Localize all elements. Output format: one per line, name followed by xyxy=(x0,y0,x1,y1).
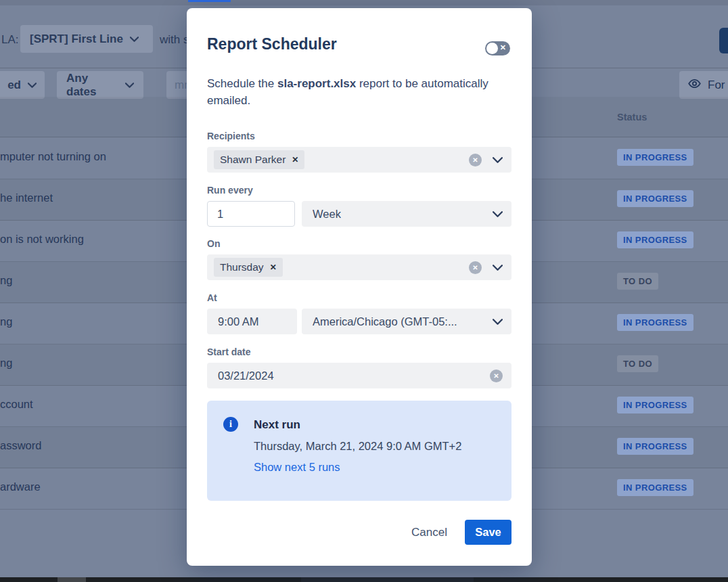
recipients-label: Recipients xyxy=(207,131,255,141)
description-prefix: Schedule the xyxy=(207,77,277,90)
show-next-runs-link[interactable]: Show next 5 runs xyxy=(254,461,340,474)
clear-recipients-icon[interactable]: ✕ xyxy=(469,154,482,166)
next-run-datetime: Thursday, March 21, 2024 9:0 AM GMT+2 xyxy=(254,440,461,453)
status-badge: IN PROGRESS xyxy=(617,479,693,496)
interval-unit-value: Week xyxy=(313,208,341,221)
start-date-input[interactable]: 03/21/2024 ✕ xyxy=(207,363,511,388)
scheduler-enabled-toggle[interactable]: ✕ xyxy=(485,41,510,55)
chevron-down-icon xyxy=(493,211,503,217)
interval-value: 1 xyxy=(217,208,223,221)
cancel-button[interactable]: Cancel xyxy=(411,526,447,539)
status-badge: IN PROGRESS xyxy=(617,231,693,248)
chevron-down-icon[interactable] xyxy=(493,157,503,163)
recipient-chip-label: Shawn Parker xyxy=(220,154,286,166)
chevron-down-icon xyxy=(130,37,139,42)
dates-filter-value: Any dates xyxy=(66,72,118,99)
weekday-chip-label: Thursday xyxy=(220,261,264,273)
recipients-multiselect[interactable]: Shawn Parker ✕ ✕ xyxy=(207,147,511,173)
timezone-select[interactable]: America/Chicago (GMT-05:... xyxy=(302,309,511,334)
timezone-value: America/Chicago (GMT-05:... xyxy=(313,315,457,328)
bottom-system-bar xyxy=(0,577,728,582)
issue-summary: ardware xyxy=(0,480,41,493)
interval-input[interactable]: 1 xyxy=(207,201,295,227)
weekday-multiselect[interactable]: Thursday ✕ ✕ xyxy=(207,254,511,280)
remove-weekday-icon[interactable]: ✕ xyxy=(270,263,277,272)
report-filename: sla-report.xlsx xyxy=(277,77,356,90)
issue-summary: he internet xyxy=(0,192,53,204)
time-value: 9:00 AM xyxy=(218,315,259,328)
filter-dropdown-1-value: ed xyxy=(7,79,21,92)
chevron-down-icon xyxy=(28,83,37,88)
bottom-bar-segment xyxy=(58,577,86,582)
dialog-footer: Cancel Save xyxy=(411,520,511,545)
issue-summary: assword xyxy=(0,439,41,452)
app-stage: LA: [SPRT] First Line with s ed Any date… xyxy=(0,0,728,582)
issue-summary: ccount xyxy=(0,398,33,411)
start-date-value: 03/21/2024 xyxy=(218,370,274,382)
weekday-chip: Thursday ✕ xyxy=(214,258,283,277)
sla-select-value: [SPRT] First Line xyxy=(30,32,123,46)
run-every-label: Run every xyxy=(207,185,253,196)
issue-summary: on is not working xyxy=(0,233,84,246)
chevron-down-icon xyxy=(125,83,134,88)
status-badge: IN PROGRESS xyxy=(617,190,693,207)
status-badge: IN PROGRESS xyxy=(617,314,693,331)
remove-recipient-icon[interactable]: ✕ xyxy=(292,155,298,164)
status-badge: TO DO xyxy=(617,273,658,290)
toggle-knob xyxy=(486,43,498,54)
toggle-off-icon: ✕ xyxy=(500,43,506,52)
chevron-down-icon xyxy=(493,319,503,325)
filter-dropdown-1[interactable]: ed xyxy=(0,71,45,99)
issue-summary: ng xyxy=(0,315,12,328)
info-icon: i xyxy=(223,417,238,432)
save-button[interactable]: Save xyxy=(465,520,511,545)
browser-chrome-edge xyxy=(0,0,728,5)
dialog-title: Report Scheduler xyxy=(207,35,337,53)
report-scheduler-dialog: Report Scheduler ✕ Schedule the sla-repo… xyxy=(187,8,532,566)
on-label: On xyxy=(207,238,220,249)
interval-unit-select[interactable]: Week xyxy=(302,201,511,227)
chevron-down-icon[interactable] xyxy=(493,265,503,271)
dialog-description: Schedule the sla-report.xlsx report to b… xyxy=(207,76,511,109)
primary-action-button[interactable] xyxy=(719,28,728,53)
status-badge: IN PROGRESS xyxy=(617,397,693,413)
next-run-title: Next run xyxy=(254,418,300,432)
sla-select[interactable]: [SPRT] First Line xyxy=(20,25,153,53)
active-tab-indicator xyxy=(188,0,231,2)
dates-filter-dropdown[interactable]: Any dates xyxy=(57,71,143,99)
eye-icon xyxy=(687,76,702,94)
time-input[interactable]: 9:00 AM xyxy=(207,309,297,334)
sla-label: LA: xyxy=(1,33,19,47)
status-column-header: Status xyxy=(617,112,647,122)
status-badge: IN PROGRESS xyxy=(617,149,693,166)
next-run-panel: i Next run Thursday, March 21, 2024 9:0 … xyxy=(207,401,511,501)
start-date-label: Start date xyxy=(207,346,251,357)
issue-summary: mputer not turning on xyxy=(0,150,106,163)
recipient-chip: Shawn Parker ✕ xyxy=(214,150,304,169)
clear-start-date-icon[interactable]: ✕ xyxy=(490,370,503,382)
at-label: At xyxy=(207,292,217,303)
status-badge: TO DO xyxy=(617,355,658,372)
bottom-bar-segment xyxy=(301,577,474,582)
issue-summary: ng xyxy=(0,274,12,287)
format-columns-button[interactable]: For xyxy=(679,71,728,99)
with-label: with s xyxy=(160,33,189,47)
format-button-label: For xyxy=(708,79,725,92)
clear-weekday-icon[interactable]: ✕ xyxy=(469,261,482,274)
status-badge: IN PROGRESS xyxy=(617,438,693,455)
issue-summary: ng xyxy=(0,357,12,370)
